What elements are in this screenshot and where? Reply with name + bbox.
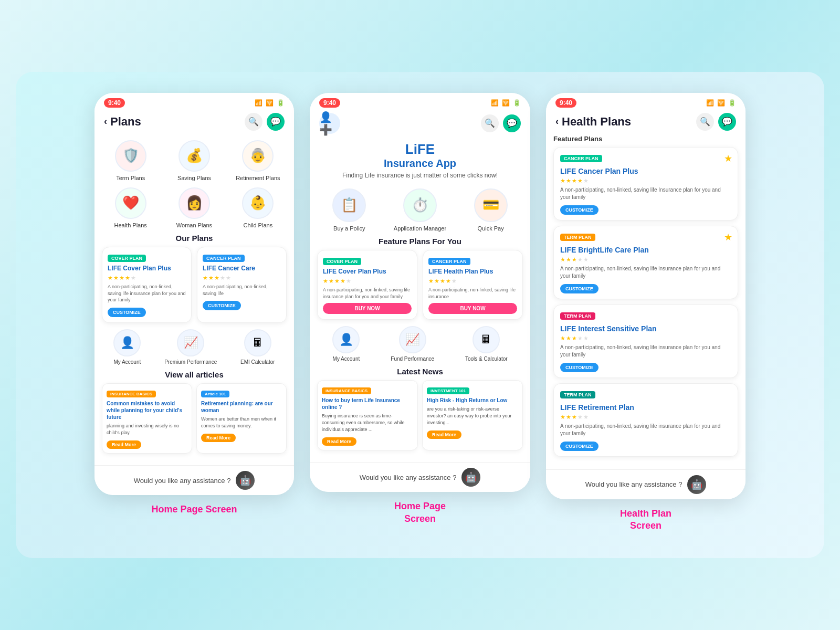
article1-desc: planning and investing wisely is no chil… [107, 423, 187, 436]
feature-card-health: CANCER PLAN LIFE Health Plan Plus ★★★★★ … [423, 250, 523, 320]
home-header: 👤➕ 🔍 💬 [310, 111, 530, 134]
plan-child[interactable]: 👶 Child Plans [229, 187, 287, 228]
chat-button-1[interactable]: 💬 [267, 113, 285, 131]
screen1-wrapper: 9:40 📶 🛜 🔋 ‹ Plans 🔍 💬 [94, 93, 294, 516]
battery-icon-3: 🔋 [728, 99, 736, 107]
tools-calc-item[interactable]: 🖩 Tools & Calculator [465, 326, 508, 362]
woman-label: Woman Plans [176, 222, 212, 228]
s1-label-text: Home Page Screen [151, 503, 237, 516]
cover-plan-name: LIFE Cover Plan Plus [108, 265, 186, 273]
page-header-3: ‹ Health Plans 🔍 💬 [546, 111, 746, 135]
hpi-stars: ★★★★★ [560, 335, 731, 342]
phone-content-2: 📋 Buy a Policy ⏱️ Application Manager 💳 … [310, 184, 530, 463]
plan-retirement[interactable]: 👵 Retirement Plans [229, 140, 287, 181]
bot-icon-2[interactable]: 🤖 [461, 468, 480, 487]
back-arrow-1[interactable]: ‹ [104, 116, 107, 127]
status-icons-3: 📶 🛜 🔋 [706, 99, 736, 107]
health-plan-interest: TERM PLAN LIFE Interest Sensitive Plan ★… [553, 304, 738, 378]
hpc-customize-btn[interactable]: CUSTOMIZE [560, 205, 598, 215]
feature-cover-buy-btn[interactable]: BUY NOW [323, 303, 412, 314]
saving-label: Saving Plans [177, 175, 211, 181]
hpb-badge: TERM PLAN [560, 234, 595, 241]
quick-pay-action[interactable]: 💳 Quick Pay [458, 188, 523, 232]
app-manager-action[interactable]: ⏱️ Application Manager [388, 188, 453, 232]
screen2-label: Home PageScreen [394, 500, 446, 525]
assistance-bar-1: Would you like any assistance ? 🤖 [94, 465, 294, 495]
hpb-desc: A non-participating, non-linked, saving … [560, 265, 731, 280]
page-header-1: ‹ Plans 🔍 💬 [94, 111, 294, 135]
signal-icon-1: 📶 [255, 99, 262, 107]
feature-health-desc: A non-participating, non-linked, saving … [428, 287, 517, 300]
hpc-stars: ★★★★★ [560, 177, 731, 184]
cancer-customize-btn[interactable]: CUSTOMIZE [203, 301, 241, 310]
status-bar-2: 9:40 📶 🛜 🔋 [310, 93, 530, 111]
hpr-name: LIFE Retirement Plan [560, 403, 731, 412]
home-subtitle: Finding Life insurance is just matter of… [315, 172, 525, 179]
page-title-1: ‹ Plans [104, 115, 141, 129]
premium-icon-item[interactable]: 📈 Premium Performance [164, 329, 217, 365]
back-arrow-3[interactable]: ‹ [555, 116, 559, 127]
phone-frame-2: 9:40 📶 🛜 🔋 👤➕ 🔍 💬 [310, 93, 530, 492]
news1-desc: Buying insurance is seen as time-consumi… [322, 413, 413, 433]
status-bar-3: 9:40 📶 🛜 🔋 [546, 93, 746, 111]
buy-policy-action[interactable]: 📋 Buy a Policy [317, 188, 382, 232]
articles-title: View all articles [102, 370, 287, 379]
account-icon-item[interactable]: 👤 My Account [113, 329, 141, 365]
hpi-customize-btn[interactable]: CUSTOMIZE [560, 363, 598, 372]
search-button-2[interactable]: 🔍 [481, 114, 499, 132]
health-plan-cancer: CANCER PLAN ★ LIFE Cancer Plan Plus ★★★★… [553, 147, 738, 220]
latest-news-title: Latest News [317, 367, 523, 376]
bot-icon-3[interactable]: 🤖 [687, 475, 706, 494]
chat-button-3[interactable]: 💬 [718, 113, 736, 131]
emi-label: EMI Calculator [240, 359, 275, 365]
hpb-name: LIFE BrightLife Care Plan [560, 246, 731, 254]
bot-icon-1[interactable]: 🤖 [236, 471, 255, 490]
woman-icon: 👩 [178, 187, 210, 219]
hpb-customize-btn[interactable]: CUSTOMIZE [560, 284, 598, 293]
plan-woman[interactable]: 👩 Woman Plans [165, 187, 223, 228]
news2-readmore[interactable]: Read More [427, 430, 461, 439]
emi-icon-item[interactable]: 🖩 EMI Calculator [240, 329, 275, 365]
saving-icon: 💰 [178, 140, 210, 172]
bottom-icons-row-1: 👤 My Account 📈 Premium Performance 🖩 EMI… [102, 329, 287, 365]
account-icon: 👤 [113, 329, 141, 356]
feature-health-buy-btn[interactable]: BUY NOW [428, 303, 517, 314]
term-icon: 🛡️ [115, 140, 146, 172]
my-account-item[interactable]: 👤 My Account [332, 326, 360, 362]
phone-content-3: Featured Plans CANCER PLAN ★ LIFE Cancer… [546, 135, 746, 469]
wifi-icon-1: 🛜 [266, 99, 274, 107]
cover-desc: A non-participating, non-linked, saving … [108, 284, 186, 303]
header-icons-3: 🔍 💬 [696, 113, 736, 131]
status-bar-1: 9:40 📶 🛜 🔋 [94, 93, 294, 111]
hpb-stars: ★★★★★ [560, 256, 731, 263]
tools-calc-icon: 🖩 [472, 326, 500, 353]
chat-button-2[interactable]: 💬 [503, 114, 521, 132]
search-button-1[interactable]: 🔍 [245, 113, 262, 131]
news1-readmore[interactable]: Read More [322, 437, 356, 446]
news2-desc: are you a risk-taking or risk-averse inv… [427, 406, 518, 426]
status-time-3: 9:40 [555, 98, 576, 108]
hpi-name: LIFE Interest Sensitive Plan [560, 324, 731, 333]
hpr-customize-btn[interactable]: CUSTOMIZE [560, 442, 598, 451]
home-hero: LiFE Insurance App Finding Life insuranc… [310, 134, 530, 184]
article2-readmore[interactable]: Read More [201, 434, 236, 442]
article1-readmore[interactable]: Read More [107, 440, 141, 449]
feature-cover-name: LIFE Cover Plan Plus [323, 268, 412, 276]
cover-customize-btn[interactable]: CUSTOMIZE [108, 308, 146, 317]
news1-title: How to buy term Life Insurance online ? [322, 397, 413, 411]
plan-saving[interactable]: 💰 Saving Plans [165, 140, 223, 181]
plan-card-cancer: CANCER PLAN LIFE Cancer Care ★★★★★ A non… [197, 247, 287, 323]
hpi-badge: TERM PLAN [560, 312, 595, 320]
user-add-button[interactable]: 👤➕ [319, 113, 340, 134]
cover-badge: COVER PLAN [108, 255, 146, 262]
plan-term[interactable]: 🛡️ Term Plans [102, 140, 159, 181]
screens-row: 9:40 📶 🛜 🔋 ‹ Plans 🔍 💬 [42, 93, 798, 532]
fund-perf-item[interactable]: 📈 Fund Performance [391, 326, 434, 362]
battery-icon-1: 🔋 [277, 99, 285, 107]
header-icons-1: 🔍 💬 [245, 113, 285, 131]
plan-health[interactable]: ❤️ Health Plans [102, 187, 159, 228]
title-text-3: Health Plans [562, 115, 631, 129]
search-button-3[interactable]: 🔍 [696, 113, 714, 131]
featured-label: Featured Plans [553, 135, 738, 143]
hpc-badge: CANCER PLAN [560, 155, 602, 162]
